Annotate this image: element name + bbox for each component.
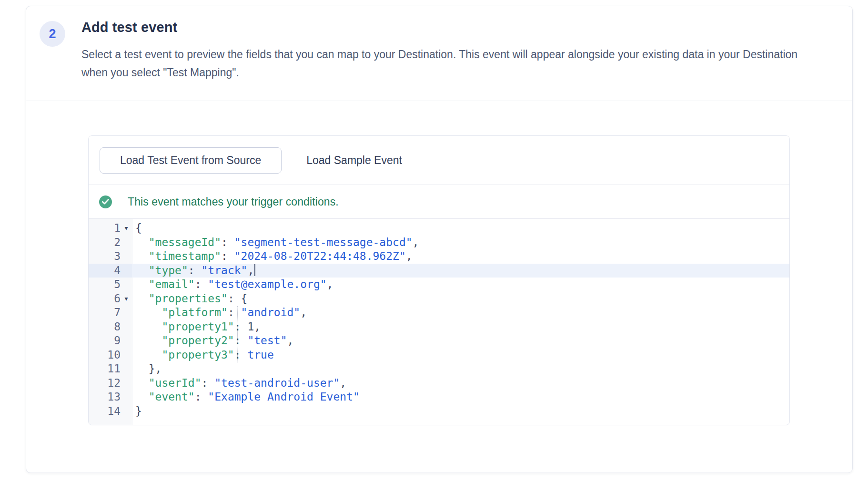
line-number: 5 — [114, 278, 121, 292]
fold-spacer — [121, 249, 132, 264]
line-number: 9 — [114, 334, 121, 348]
code-line[interactable]: "timestamp": "2024-08-20T22:44:48.962Z", — [132, 249, 413, 264]
code-line[interactable]: "platform": "android", — [132, 306, 307, 320]
editor-line[interactable]: 7 "platform": "android", — [89, 306, 789, 320]
line-number: 8 — [114, 320, 121, 334]
code-line[interactable]: "email": "test@example.org", — [132, 278, 333, 292]
editor-line[interactable]: 10 "property3": true — [89, 348, 789, 362]
code-line[interactable]: "property2": "test", — [132, 334, 293, 348]
step-title: Add test event — [81, 20, 814, 35]
code-line[interactable]: { — [132, 221, 142, 236]
fold-spacer — [121, 278, 132, 292]
editor-line[interactable]: 6▾ "properties": { — [89, 292, 789, 306]
fold-toggle-icon[interactable]: ▾ — [121, 292, 132, 306]
editor-line[interactable]: 12 "userId": "test-android-user", — [89, 376, 789, 391]
trigger-match-message: This event matches your trigger conditio… — [128, 196, 339, 208]
code-line[interactable]: "property3": true — [132, 348, 274, 362]
step-header: 2 Add test event Select a test event to … — [26, 6, 852, 82]
line-number: 13 — [107, 390, 121, 404]
fold-spacer — [121, 334, 132, 348]
line-number: 7 — [114, 306, 121, 320]
code-line[interactable]: "event": "Example Android Event" — [132, 390, 360, 404]
fold-spacer — [121, 320, 132, 334]
fold-spacer — [121, 404, 132, 419]
editor-line[interactable]: 3 "timestamp": "2024-08-20T22:44:48.962Z… — [89, 249, 789, 264]
editor-line[interactable]: 8 "property1": 1, — [89, 320, 789, 334]
editor-line[interactable]: 2 "messageId": "segment-test-message-abc… — [89, 236, 789, 250]
code-line[interactable]: "properties": { — [132, 292, 247, 306]
trigger-match-status: This event matches your trigger conditio… — [89, 185, 789, 218]
line-number: 12 — [107, 376, 121, 391]
fold-spacer — [121, 390, 132, 404]
code-line[interactable]: "property1": 1, — [132, 320, 261, 334]
fold-spacer — [121, 348, 132, 362]
load-test-event-button[interactable]: Load Test Event from Source — [100, 147, 282, 174]
line-number: 10 — [107, 348, 121, 362]
editor-line[interactable]: 9 "property2": "test", — [89, 334, 789, 348]
editor-gutter: 9 — [89, 334, 132, 348]
line-number: 3 — [114, 249, 121, 264]
code-line[interactable]: }, — [132, 362, 161, 376]
editor-gutter: 7 — [89, 306, 132, 320]
editor-gutter: 2 — [89, 236, 132, 250]
editor-gutter: 11 — [89, 362, 132, 376]
line-number: 4 — [114, 264, 121, 278]
editor-line[interactable]: 1▾{ — [89, 221, 789, 236]
line-number: 14 — [107, 404, 121, 419]
step-description: Select a test event to preview the field… — [81, 45, 814, 82]
line-number: 11 — [107, 362, 121, 376]
editor-gutter: 6▾ — [89, 292, 132, 306]
code-line[interactable]: "messageId": "segment-test-message-abcd"… — [132, 236, 419, 250]
fold-spacer — [121, 376, 132, 391]
line-number: 2 — [114, 236, 121, 250]
fold-spacer — [121, 236, 132, 250]
fold-toggle-icon[interactable]: ▾ — [121, 221, 132, 236]
editor-gutter: 5 — [89, 278, 132, 292]
editor-gutter: 14 — [89, 404, 132, 419]
editor-gutter: 12 — [89, 376, 132, 391]
step-card: 2 Add test event Select a test event to … — [26, 6, 853, 473]
check-circle-icon — [99, 196, 112, 208]
editor-line[interactable]: 5 "email": "test@example.org", — [89, 278, 789, 292]
code-line[interactable]: "type": "track", — [132, 264, 255, 278]
editor-gutter: 3 — [89, 249, 132, 264]
editor-gutter: 1▾ — [89, 221, 132, 236]
editor-gutter: 10 — [89, 348, 132, 362]
json-editor[interactable]: 1▾{2 "messageId": "segment-test-message-… — [89, 218, 789, 425]
editor-line[interactable]: 14} — [89, 404, 789, 419]
test-event-panel: Load Test Event from Source Load Sample … — [88, 135, 790, 425]
line-number: 1 — [114, 221, 121, 236]
editor-gutter: 8 — [89, 320, 132, 334]
fold-spacer — [121, 306, 132, 320]
editor-line[interactable]: 13 "event": "Example Android Event" — [89, 390, 789, 404]
text-cursor — [254, 264, 255, 276]
step-number-badge: 2 — [40, 21, 65, 47]
editor-gutter: 13 — [89, 390, 132, 404]
fold-spacer — [121, 362, 132, 376]
editor-line[interactable]: 11 }, — [89, 362, 789, 376]
line-number: 6 — [114, 292, 121, 306]
fold-spacer — [121, 264, 132, 278]
code-line[interactable]: } — [132, 404, 142, 419]
event-source-toolbar: Load Test Event from Source Load Sample … — [89, 136, 789, 185]
load-sample-event-button[interactable]: Load Sample Event — [282, 147, 427, 174]
editor-line[interactable]: 4 "type": "track", — [89, 264, 789, 278]
editor-gutter: 4 — [89, 264, 132, 278]
code-line[interactable]: "userId": "test-android-user", — [132, 376, 346, 391]
